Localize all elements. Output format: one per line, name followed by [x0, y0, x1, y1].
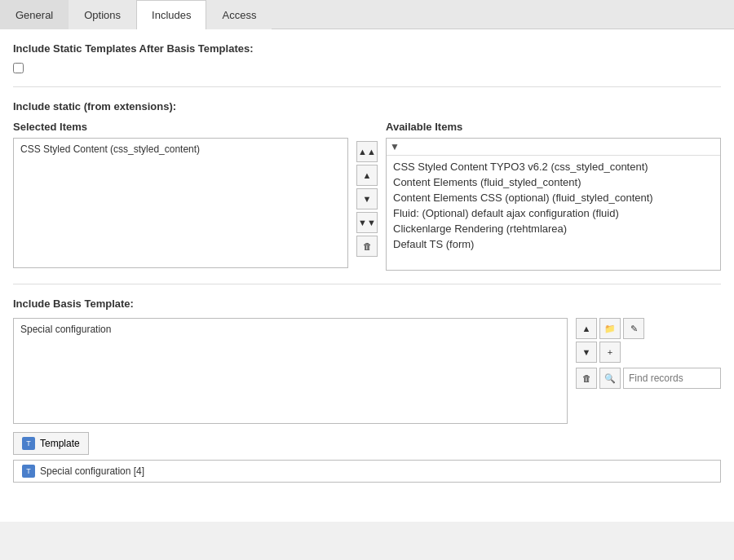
- selected-item-0[interactable]: CSS Styled Content (css_styled_content): [17, 142, 344, 157]
- basis-move-up-button[interactable]: ▲: [576, 318, 597, 339]
- available-item-3[interactable]: Fluid: (Optional) default ajax configura…: [390, 205, 717, 221]
- available-items-box: ▼ CSS Styled Content TYPO3 v6.2 (css_sty…: [386, 138, 721, 271]
- move-top-button[interactable]: ▲▲: [356, 141, 378, 162]
- filter-input[interactable]: [403, 141, 717, 152]
- basis-template-listbox[interactable]: Special configuration: [13, 318, 568, 424]
- basis-template-title: Include Basis Template:: [13, 298, 721, 310]
- move-bottom-button[interactable]: ▼▼: [356, 212, 378, 233]
- main-content: Include Static Templates After Basis Tem…: [0, 29, 734, 522]
- tab-includes[interactable]: Includes: [136, 0, 206, 29]
- record-label: Special configuration [4]: [40, 465, 144, 477]
- available-item-2[interactable]: Content Elements CSS (optional) (fluid_s…: [390, 190, 717, 205]
- static-templates-checkbox-row: [13, 63, 721, 73]
- available-item-0[interactable]: CSS Styled Content TYPO3 v6.2 (css_style…: [390, 159, 717, 174]
- basis-row2: ▼ +: [576, 342, 721, 363]
- static-templates-title: Include Static Templates After Basis Tem…: [13, 42, 721, 55]
- section-static-templates: Include Static Templates After Basis Tem…: [13, 42, 721, 87]
- selected-items-label: Selected Items: [13, 121, 348, 133]
- available-item-4[interactable]: Clickenlarge Rendering (rtehtmlarea): [390, 221, 717, 236]
- record-row[interactable]: T Special configuration [4]: [13, 460, 721, 483]
- tab-options[interactable]: Options: [69, 0, 136, 29]
- filter-row: ▼: [387, 139, 720, 156]
- basis-search-icon-btn[interactable]: 🔍: [599, 368, 621, 389]
- template-button[interactable]: T Template: [13, 432, 89, 455]
- available-items-col: Available Items ▼ CSS Styled Content TYP…: [386, 121, 721, 271]
- basis-row3: 🗑 🔍: [576, 368, 721, 389]
- available-items-list: CSS Styled Content TYPO3 v6.2 (css_style…: [387, 156, 720, 270]
- tabs-bar: General Options Includes Access: [0, 0, 734, 29]
- selected-items-col: Selected Items CSS Styled Content (css_s…: [13, 121, 348, 268]
- available-items-label: Available Items: [386, 121, 721, 133]
- section-basis-template: Include Basis Template: Special configur…: [13, 298, 721, 496]
- available-item-5[interactable]: Default TS (form): [390, 236, 717, 252]
- static-templates-checkbox[interactable]: [13, 63, 24, 73]
- section-include-static: Include static (from extensions): Select…: [13, 100, 721, 284]
- move-up-button[interactable]: ▲: [356, 165, 378, 186]
- basis-row1: ▲ 📁 ✎: [576, 318, 721, 339]
- include-static-layout: Selected Items CSS Styled Content (css_s…: [13, 121, 721, 271]
- include-static-title: Include static (from extensions):: [13, 100, 721, 112]
- basis-edit-button[interactable]: ✎: [623, 318, 644, 339]
- basis-folder-button[interactable]: 📁: [599, 318, 621, 339]
- delete-selected-button[interactable]: 🗑: [356, 236, 378, 257]
- include-static-buttons: ▲▲ ▲ ▼ ▼▼ 🗑: [356, 121, 378, 257]
- basis-add-button[interactable]: +: [599, 342, 621, 363]
- basis-template-layout: Special configuration ▲ 📁 ✎ ▼ + 🗑 🔍: [13, 318, 721, 424]
- tab-access[interactable]: Access: [206, 0, 272, 29]
- selected-items-listbox[interactable]: CSS Styled Content (css_styled_content): [13, 138, 348, 268]
- basis-delete-button[interactable]: 🗑: [576, 368, 597, 389]
- basis-item-0[interactable]: Special configuration: [17, 322, 564, 337]
- available-item-1[interactable]: Content Elements (fluid_styled_content): [390, 174, 717, 190]
- template-button-label: Template: [40, 438, 80, 449]
- basis-controls: ▲ 📁 ✎ ▼ + 🗑 🔍: [576, 318, 721, 389]
- basis-move-down-button[interactable]: ▼: [576, 342, 597, 363]
- filter-icon: ▼: [390, 141, 400, 152]
- template-icon: T: [22, 437, 35, 450]
- move-down-button[interactable]: ▼: [356, 188, 378, 209]
- find-records-input[interactable]: [623, 368, 721, 389]
- record-icon: T: [22, 465, 35, 478]
- tab-general[interactable]: General: [0, 0, 69, 29]
